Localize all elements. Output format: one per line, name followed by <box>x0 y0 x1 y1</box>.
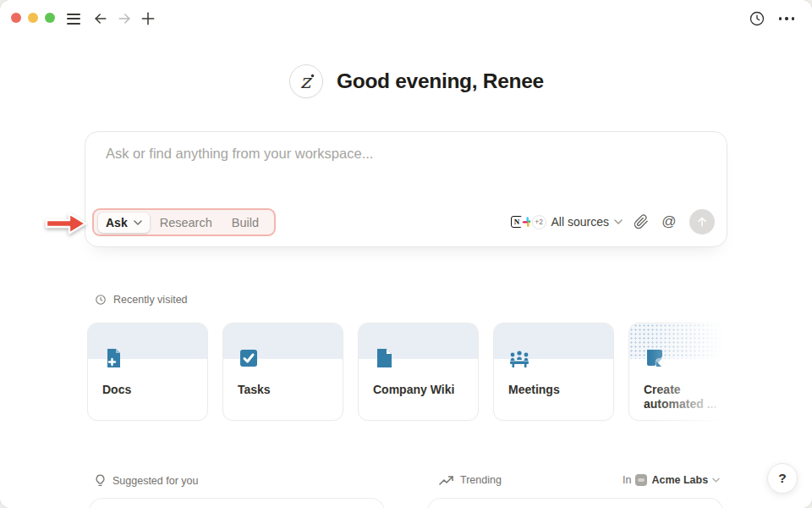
source-chips: N +2 <box>510 215 546 229</box>
card-create-automated[interactable]: Create automated ... <box>628 323 749 421</box>
suggested-header: Suggested for you <box>95 474 198 488</box>
card-title: Company Wiki <box>373 383 468 397</box>
card-title: Tasks <box>238 383 332 397</box>
trending-up-icon <box>439 476 453 485</box>
attach-file-button[interactable] <box>632 213 650 231</box>
annotation-arrow <box>44 211 88 236</box>
workspace-name: Acme Labs <box>651 474 708 486</box>
suggested-card-peek[interactable] <box>89 498 385 508</box>
task-check-icon <box>238 347 260 369</box>
workspace-selector[interactable]: In Acme Labs <box>623 474 720 486</box>
chevron-down-icon <box>134 220 142 225</box>
card-docs[interactable]: Docs <box>87 323 208 421</box>
sources-label: All sources <box>551 215 609 229</box>
mention-button[interactable]: @ <box>660 213 678 231</box>
maximize-window-button[interactable] <box>45 13 55 23</box>
ai-face-avatar: z <box>289 64 323 98</box>
paperclip-icon <box>634 214 649 229</box>
suggested-label: Suggested for you <box>112 475 198 487</box>
chevron-down-icon <box>712 478 720 483</box>
arrow-up-icon <box>696 216 708 228</box>
sources-selector[interactable]: N +2 All sources <box>510 215 623 229</box>
doc-add-icon <box>102 347 124 369</box>
mode-build-button[interactable]: Build <box>222 213 268 233</box>
new-tab-button[interactable] <box>139 9 157 28</box>
card-title: Meetings <box>508 383 603 397</box>
send-button[interactable] <box>689 209 715 235</box>
card-title: Create automated ... <box>644 383 738 411</box>
sidebar-menu-icon[interactable] <box>64 9 83 28</box>
card-tasks[interactable]: Tasks <box>222 323 343 421</box>
app-window: z Good evening, Renee Ask or find anythi… <box>0 0 812 508</box>
people-icon <box>508 347 530 369</box>
history-clock-icon[interactable] <box>748 9 766 28</box>
more-options-icon[interactable] <box>775 9 798 28</box>
workspace-logo-icon <box>635 474 647 486</box>
close-window-button[interactable] <box>11 13 21 23</box>
lightbulb-icon <box>95 474 106 488</box>
ask-composer: Ask or find anything from your workspace… <box>85 131 727 247</box>
minimize-window-button[interactable] <box>28 13 38 23</box>
workspace-prefix: In <box>623 474 631 486</box>
trending-label: Trending <box>460 474 502 486</box>
page-title: Good evening, Renee <box>337 64 544 98</box>
mode-ask-label: Ask <box>106 216 128 229</box>
card-title: Docs <box>102 383 197 397</box>
card-meetings[interactable]: Meetings <box>493 323 614 421</box>
back-button[interactable] <box>91 9 110 28</box>
extra-sources-badge: +2 <box>532 215 546 229</box>
at-icon: @ <box>661 213 676 230</box>
chevron-down-icon <box>614 219 623 224</box>
ask-input[interactable]: Ask or find anything from your workspace… <box>106 146 706 162</box>
mode-ask-button[interactable]: Ask <box>98 213 150 233</box>
template-icon <box>644 347 666 369</box>
doc-icon <box>373 347 395 369</box>
mode-segmented-control: Ask Research Build <box>92 208 276 236</box>
clock-icon <box>95 294 107 306</box>
svg-text:z: z <box>300 70 313 92</box>
cursive-face-icon: z <box>290 65 322 97</box>
mode-research-button[interactable]: Research <box>151 213 222 233</box>
card-company-wiki[interactable]: Company Wiki <box>358 323 479 421</box>
trending-header: Trending <box>439 474 502 486</box>
recently-visited-header: Recently visited <box>95 294 188 306</box>
forward-button[interactable] <box>115 9 134 28</box>
recently-visited-label: Recently visited <box>113 294 188 306</box>
help-button[interactable]: ? <box>767 463 798 494</box>
trending-card-peek[interactable] <box>427 498 723 508</box>
